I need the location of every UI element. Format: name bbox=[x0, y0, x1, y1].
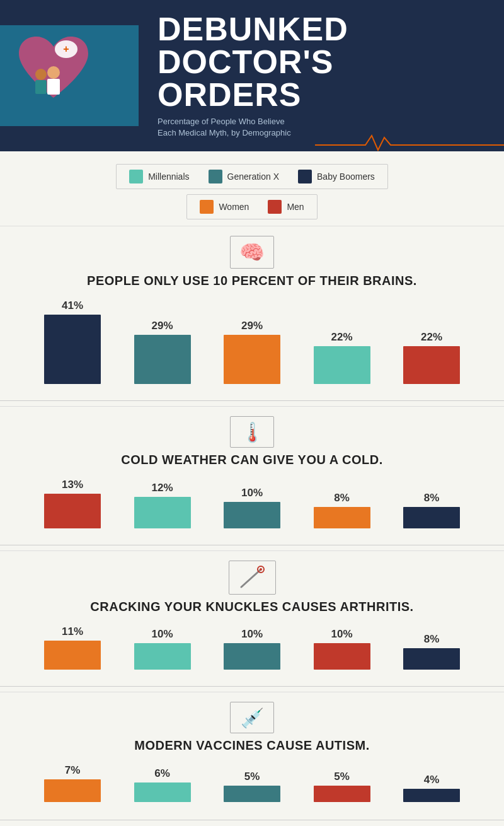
vaccines-icon-bracket: 💉 bbox=[230, 702, 274, 733]
bar-rect bbox=[403, 648, 460, 670]
bar-pct: 5% bbox=[244, 771, 260, 783]
pin-icon bbox=[238, 565, 266, 590]
bar-pct: 22% bbox=[421, 331, 442, 344]
knuckles-bars: 11% 10% 10% 10% 8% bbox=[32, 625, 472, 670]
footer: ✚ SOURCE: Survey of Over 1,000 People ✚ … bbox=[0, 820, 504, 826]
cold-bars: 13% 12% 10% 8% 8% bbox=[32, 479, 472, 528]
brains-icon-bracket: 🧠 bbox=[230, 236, 274, 269]
myth-vaccines-section: 💉 MODERN VACCINES CAUSE AUTISM. 7% 6% 5%… bbox=[0, 692, 504, 813]
vaccines-title: MODERN VACCINES CAUSE AUTISM. bbox=[32, 738, 472, 753]
bar-rect bbox=[224, 786, 280, 802]
header-text-block: DEBUNKEDDOCTOR'S ORDERS Percentage of Pe… bbox=[139, 0, 504, 151]
men-label: Men bbox=[287, 202, 304, 212]
bar-pct: 8% bbox=[334, 492, 350, 504]
bar-pct: 6% bbox=[154, 767, 170, 780]
bar-rect bbox=[224, 643, 280, 670]
bar-item: 8% bbox=[397, 492, 466, 528]
bar-item: 11% bbox=[38, 625, 107, 670]
bar-pct: 8% bbox=[424, 633, 440, 646]
bar-item: 10% bbox=[217, 628, 287, 670]
bar-pct: 41% bbox=[62, 300, 83, 312]
bar-rect bbox=[134, 643, 191, 670]
thermometer-icon: 🌡️ bbox=[241, 421, 264, 443]
bar-pct: 10% bbox=[241, 628, 263, 641]
bar-rect bbox=[403, 789, 460, 802]
bar-pct: 13% bbox=[62, 479, 83, 491]
header: + DEBUNKEDDOCTOR'S ORDERS Percentage of … bbox=[0, 0, 504, 151]
bar-rect bbox=[224, 335, 280, 384]
bar-item: 5% bbox=[217, 771, 287, 802]
bar-rect bbox=[44, 641, 101, 670]
genx-color-box bbox=[209, 170, 222, 183]
myth-knuckles-section: CRACKING YOUR KNUCKLES CAUSES ARTHRITIS.… bbox=[0, 550, 504, 681]
bar-pct: 11% bbox=[62, 625, 83, 638]
bar-item: 4% bbox=[397, 774, 466, 802]
bar-rect bbox=[224, 502, 280, 528]
svg-point-2 bbox=[35, 69, 47, 80]
legend-men: Men bbox=[268, 200, 304, 214]
legend-genx: Generation X bbox=[209, 170, 280, 183]
bar-item: 8% bbox=[397, 633, 466, 670]
svg-point-4 bbox=[47, 66, 60, 79]
bar-rect bbox=[314, 643, 370, 670]
header-illustration: + bbox=[0, 25, 139, 126]
bar-pct: 4% bbox=[424, 774, 440, 786]
bar-pct: 22% bbox=[331, 331, 352, 344]
bar-item: 10% bbox=[128, 628, 197, 670]
legend-millennials: Millennials bbox=[129, 170, 189, 183]
cold-title: COLD WEATHER CAN GIVE YOU A COLD. bbox=[32, 453, 472, 467]
bar-item: 6% bbox=[128, 767, 197, 802]
bar-rect bbox=[314, 507, 370, 528]
bar-pct: 10% bbox=[151, 628, 173, 641]
syringe-icon: 💉 bbox=[241, 707, 264, 729]
svg-line-6 bbox=[241, 570, 260, 587]
millennials-color-box bbox=[129, 170, 143, 183]
bar-item: 29% bbox=[217, 320, 287, 384]
genx-label: Generation X bbox=[227, 172, 280, 182]
bar-item: 5% bbox=[307, 771, 377, 802]
knuckles-title: CRACKING YOUR KNUCKLES CAUSES ARTHRITIS. bbox=[32, 600, 472, 614]
brains-bars: 41% 29% 29% 22% 22% bbox=[32, 300, 472, 384]
myth-brains-section: 🧠 PEOPLE ONLY USE 10 PERCENT OF THEIR BR… bbox=[0, 226, 504, 395]
bar-item: 10% bbox=[307, 628, 377, 670]
knuckles-icon-bracket bbox=[229, 561, 276, 595]
bar-rect bbox=[403, 346, 460, 384]
men-color-box bbox=[268, 200, 282, 214]
bar-pct: 10% bbox=[331, 628, 352, 641]
brains-title: PEOPLE ONLY USE 10 PERCENT OF THEIR BRAI… bbox=[32, 274, 472, 288]
bar-pct: 12% bbox=[151, 482, 173, 494]
bar-item: 29% bbox=[128, 320, 197, 384]
bar-pct: 5% bbox=[334, 771, 350, 783]
bar-item: 41% bbox=[38, 300, 107, 384]
bar-pct: 10% bbox=[241, 487, 263, 499]
vaccines-icon-wrapper: 💉 bbox=[32, 702, 472, 733]
bar-item: 22% bbox=[397, 331, 466, 384]
bar-item: 22% bbox=[307, 331, 377, 384]
svg-point-8 bbox=[260, 568, 262, 571]
bar-rect bbox=[134, 335, 191, 384]
bar-item: 12% bbox=[128, 482, 197, 528]
bar-rect bbox=[44, 779, 101, 802]
cold-icon-wrapper: 🌡️ bbox=[32, 416, 472, 448]
brains-icon: 🧠 bbox=[239, 240, 265, 264]
bar-rect bbox=[134, 782, 191, 802]
women-label: Women bbox=[219, 202, 249, 212]
legend-row-gender: Women Men bbox=[186, 194, 317, 219]
legend-women: Women bbox=[200, 200, 249, 214]
legend-section: Millennials Generation X Baby Boomers Wo… bbox=[0, 151, 504, 226]
millennials-label: Millennials bbox=[148, 172, 189, 182]
bar-pct: 29% bbox=[151, 320, 173, 332]
brains-icon-wrapper: 🧠 bbox=[32, 236, 472, 269]
bar-rect bbox=[314, 346, 370, 384]
bar-rect bbox=[403, 507, 460, 528]
page-title: DEBUNKEDDOCTOR'S ORDERS bbox=[158, 13, 485, 111]
bar-rect bbox=[44, 315, 101, 384]
bar-item: 8% bbox=[307, 492, 377, 528]
legend-boomers: Baby Boomers bbox=[298, 170, 375, 183]
bar-item: 10% bbox=[217, 487, 287, 528]
bar-pct: 7% bbox=[65, 764, 81, 777]
bar-rect bbox=[44, 494, 101, 528]
svg-rect-5 bbox=[47, 79, 60, 95]
boomers-label: Baby Boomers bbox=[317, 172, 375, 182]
bar-rect bbox=[134, 497, 191, 528]
